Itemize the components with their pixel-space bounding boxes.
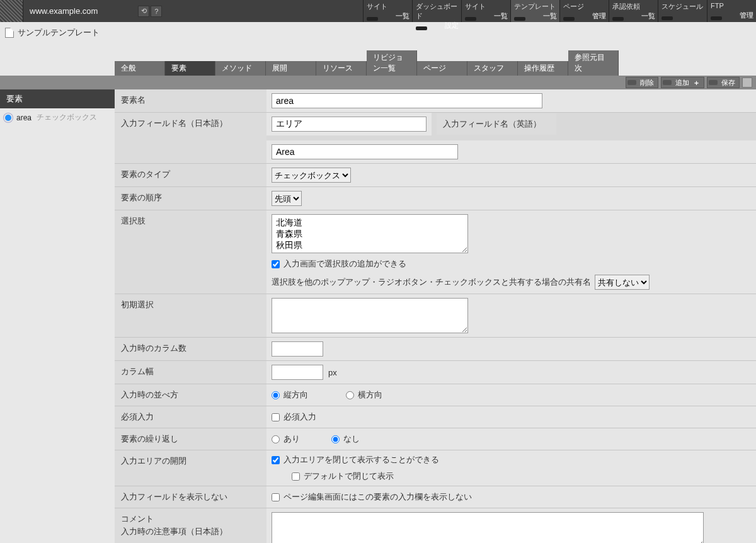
sidebar: 要素 area チェックボックス bbox=[0, 89, 115, 127]
label-collapse: 入力エリアの開閉 bbox=[115, 450, 266, 486]
input-field-en[interactable] bbox=[272, 144, 458, 159]
nav-label: サイト bbox=[367, 2, 410, 11]
label-element-order: 要素の順序 bbox=[115, 187, 266, 210]
topbar: www.example.com ⟲ ? サイト 一覧 ダッシュボード 設定 サイ… bbox=[0, 0, 756, 22]
label-initial-selection: 初期選択 bbox=[115, 294, 266, 337]
nav-label: テンプレート bbox=[514, 2, 557, 11]
element-type-select[interactable]: チェックボックス bbox=[272, 168, 351, 183]
element-name-input[interactable] bbox=[272, 93, 542, 108]
tab-resource[interactable]: リソース bbox=[316, 61, 367, 76]
input-field-ja[interactable] bbox=[272, 117, 427, 132]
label-input-field-ja: 入力フィールド名（日本語） bbox=[115, 113, 266, 163]
nav-page[interactable]: ページ 管理 bbox=[559, 0, 609, 22]
document-icon bbox=[5, 28, 14, 38]
actionbar: 削除 追加＋ 保存 bbox=[0, 76, 756, 89]
column-width-unit: px bbox=[328, 368, 337, 377]
save-button[interactable]: 保存 bbox=[707, 77, 740, 88]
required-checkbox[interactable] bbox=[272, 413, 280, 421]
repeat-no-radio[interactable] bbox=[331, 435, 340, 443]
label-choices: 選択肢 bbox=[115, 210, 266, 294]
tab-history[interactable]: 操作履歴 bbox=[518, 61, 568, 76]
delete-button[interactable]: 削除 bbox=[626, 77, 658, 88]
label-hide-field: 入力フィールドを表示しない bbox=[115, 486, 266, 508]
refresh-icon[interactable]: ⟲ bbox=[138, 6, 149, 17]
tab-page[interactable]: ページ bbox=[417, 61, 467, 76]
top-nav: サイト 一覧 ダッシュボード 設定 サイト 一覧 テンプレート 一覧 ページ 管… bbox=[363, 0, 756, 22]
nav-schedule[interactable]: スケジュール bbox=[658, 0, 707, 22]
label-element-name: 要素名 bbox=[115, 89, 266, 112]
nav-ftp[interactable]: FTP 管理 bbox=[707, 0, 756, 22]
tabs: 全般 要素 メソッド 展開 リソース リビジョン一覧 ページ スタッフ 操作履歴… bbox=[0, 62, 756, 76]
nav-template[interactable]: テンプレート 一覧 bbox=[510, 0, 559, 22]
repeat-yes-radio[interactable] bbox=[272, 435, 280, 443]
element-order-select[interactable]: 先頭 bbox=[272, 191, 302, 206]
nav-approval[interactable]: 承認依頼 一覧 bbox=[609, 0, 658, 22]
column-width-input[interactable] bbox=[272, 365, 323, 380]
tab-deploy[interactable]: 展開 bbox=[266, 61, 316, 76]
nav-label: ダッシュボード bbox=[416, 2, 459, 21]
choices-allow-add-label: 入力画面で選択肢の追加ができる bbox=[284, 258, 406, 270]
choices-textarea[interactable] bbox=[272, 214, 468, 253]
add-button[interactable]: 追加＋ bbox=[661, 77, 704, 88]
collapse-can-close-checkbox[interactable] bbox=[272, 456, 280, 464]
label-column-width: カラム幅 bbox=[115, 361, 266, 384]
initial-selection-textarea[interactable] bbox=[272, 298, 468, 333]
app-logo[interactable] bbox=[0, 0, 23, 22]
tab-references[interactable]: 参照元目次 bbox=[568, 50, 619, 76]
nav-dashboard[interactable]: ダッシュボード 設定 bbox=[412, 0, 461, 22]
label-required: 必須入力 bbox=[115, 406, 266, 428]
tab-element[interactable]: 要素 bbox=[165, 61, 215, 76]
plus-icon: ＋ bbox=[693, 78, 700, 88]
choices-share-select[interactable]: 共有しない bbox=[595, 275, 650, 290]
nav-site[interactable]: サイト 一覧 bbox=[363, 0, 412, 22]
choices-allow-add-checkbox[interactable] bbox=[272, 260, 280, 268]
layout-vertical-radio[interactable] bbox=[272, 391, 280, 399]
label-columns: 入力時のカラム数 bbox=[115, 338, 266, 360]
help-icon[interactable]: ? bbox=[151, 6, 162, 17]
label-element-type: 要素のタイプ bbox=[115, 164, 266, 186]
columns-input[interactable] bbox=[272, 341, 323, 357]
nav-label: FTP bbox=[711, 2, 753, 9]
main: 要素 area チェックボックス 要素名 入力フィールド名（日本語） 入力フィー… bbox=[0, 89, 756, 543]
tab-general[interactable]: 全般 bbox=[115, 61, 165, 76]
page-title: サンプルテンプレート bbox=[18, 27, 100, 38]
tab-staff[interactable]: スタッフ bbox=[467, 61, 518, 76]
comment-ja-textarea[interactable] bbox=[272, 512, 704, 543]
tab-revisions[interactable]: リビジョン一覧 bbox=[367, 50, 417, 76]
hide-field-checkbox[interactable] bbox=[272, 493, 280, 501]
nav-label: ページ bbox=[563, 2, 606, 11]
nav-label: サイト bbox=[465, 2, 508, 11]
nav-site2[interactable]: サイト 一覧 bbox=[461, 0, 510, 22]
sidebar-heading: 要素 bbox=[0, 89, 115, 108]
titlebar: サンプルテンプレート bbox=[0, 22, 756, 43]
nav-label: 承認依頼 bbox=[612, 2, 655, 11]
label-repeat: 要素の繰り返し bbox=[115, 428, 266, 450]
tab-method[interactable]: メソッド bbox=[215, 61, 266, 76]
content: 要素名 入力フィールド名（日本語） 入力フィールド名（英語） 要素のタイプ bbox=[115, 89, 756, 543]
clipboard-icon[interactable] bbox=[742, 77, 752, 88]
label-input-field-en: 入力フィールド名（英語） bbox=[437, 113, 556, 135]
layout-horizontal-radio[interactable] bbox=[346, 391, 354, 399]
label-comment-ja: コメント 入力時の注意事項（日本語） bbox=[115, 508, 266, 543]
collapse-default-closed-checkbox[interactable] bbox=[292, 472, 300, 481]
nav-label: スケジュール bbox=[662, 2, 704, 11]
sidebar-item-area[interactable]: area チェックボックス bbox=[0, 108, 115, 127]
sidebar-item-name: area bbox=[16, 113, 32, 122]
bullet-icon bbox=[5, 115, 11, 121]
label-layout: 入力時の並べ方 bbox=[115, 384, 266, 406]
choices-share-note: 選択肢を他のポップアップ・ラジオボタン・チェックボックスと共有する場合の共有名 bbox=[272, 277, 591, 288]
url-display: www.example.com bbox=[23, 0, 134, 22]
sidebar-item-type: チェックボックス bbox=[37, 112, 97, 123]
